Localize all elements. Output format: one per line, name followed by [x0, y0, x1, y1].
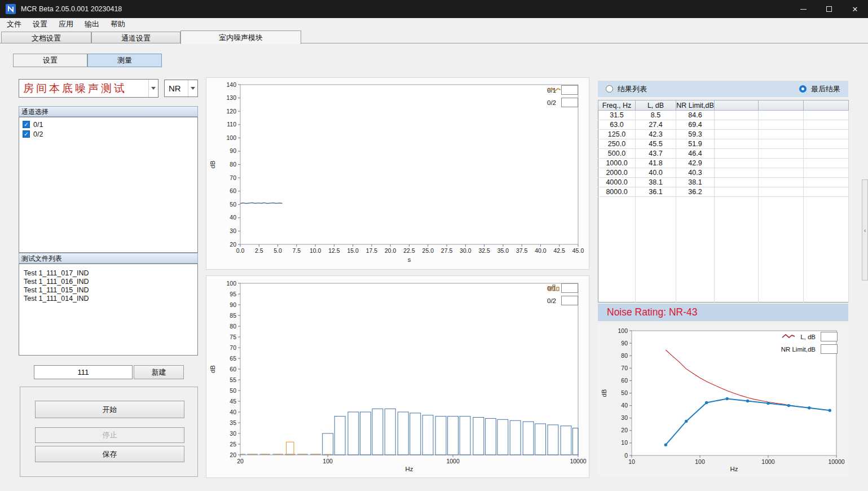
table-cell: 4000.0	[598, 178, 636, 187]
svg-text:Hz: Hz	[730, 466, 738, 472]
svg-text:60: 60	[230, 366, 236, 372]
nr-rating-chart[interactable]: 010203040506070809010010100100010000HzdB…	[598, 325, 848, 477]
svg-text:80: 80	[621, 352, 628, 359]
channel-item[interactable]: 0/2	[19, 129, 197, 139]
legend-sample-line-icon[interactable]	[821, 332, 838, 341]
svg-text:17.5: 17.5	[366, 247, 378, 254]
table-header-cell[interactable]: L, dB	[636, 100, 676, 111]
spectrum-chart[interactable]: 2025303540455055606570758085909510020100…	[206, 275, 589, 478]
combo-dropdown-button[interactable]	[188, 80, 197, 97]
table-cell	[715, 120, 759, 130]
test-type-combobox[interactable]: 房间本底噪声测试	[19, 79, 158, 98]
table-row[interactable]: 2000.040.040.3	[598, 168, 849, 178]
svg-text:55: 55	[230, 376, 236, 383]
table-cell	[804, 139, 849, 149]
stop-button: 停止	[35, 427, 184, 443]
legend-sample-line-icon[interactable]	[821, 344, 838, 354]
table-cell	[804, 111, 849, 120]
table-row[interactable]: 4000.038.138.1	[598, 178, 849, 187]
maximize-icon	[826, 6, 832, 12]
table-cell: 38.1	[676, 178, 715, 187]
table-cell	[804, 120, 849, 130]
table-header-cell[interactable]	[759, 100, 804, 111]
table-cell	[715, 159, 759, 168]
svg-text:60: 60	[230, 187, 236, 194]
table-row[interactable]: 1000.041.842.9	[598, 159, 849, 168]
svg-text:10: 10	[628, 458, 635, 465]
checkbox-checked-icon[interactable]	[23, 121, 30, 128]
test-file-listbox[interactable]: Test 1_111_017_INDTest 1_111_016_INDTest…	[19, 264, 198, 356]
svg-text:100: 100	[226, 280, 236, 287]
table-row[interactable]: 63.027.469.4	[598, 120, 849, 130]
minimize-button[interactable]	[790, 0, 816, 18]
svg-text:100: 100	[323, 458, 333, 464]
menu-item[interactable]: 文件	[1, 18, 27, 30]
table-row[interactable]: 8000.036.136.2	[598, 187, 849, 197]
legend-sample-line-icon[interactable]	[561, 85, 578, 95]
time-history-chart[interactable]: 20304050607080901001101201301400.02.55.0…	[206, 77, 589, 270]
subtab[interactable]: 测量	[87, 54, 162, 67]
menu-item[interactable]: 输出	[79, 18, 105, 30]
rating-type-combobox[interactable]: NR	[164, 80, 198, 97]
table-header-cell[interactable]: Freq., Hz	[598, 100, 636, 111]
radio-last-result[interactable]: 最后结果	[799, 84, 840, 94]
subtab[interactable]: 设置	[13, 54, 87, 67]
main-tab[interactable]: 通道设置	[91, 32, 180, 43]
maximize-button[interactable]	[816, 0, 842, 18]
close-button[interactable]: ✕	[842, 0, 868, 18]
file-list-item[interactable]: Test 1_111_014_IND	[19, 295, 197, 303]
svg-text:1000: 1000	[761, 458, 775, 465]
table-header-cell[interactable]: NR Limit,dB	[676, 100, 715, 111]
save-button[interactable]: 保存	[35, 446, 184, 462]
svg-text:30.0: 30.0	[460, 247, 472, 254]
table-row[interactable]: 125.042.359.3	[598, 130, 849, 139]
chevron-down-icon	[151, 87, 156, 90]
svg-text:95: 95	[230, 291, 236, 297]
table-header-cell[interactable]	[804, 100, 849, 111]
legend-sample-bars-icon[interactable]	[561, 296, 578, 305]
table-row[interactable]: 31.58.584.6	[598, 111, 849, 120]
svg-text:dB: dB	[209, 365, 216, 373]
main-tab[interactable]: 室内噪声模块	[180, 30, 301, 44]
menu-item[interactable]: 帮助	[105, 18, 131, 30]
svg-text:50: 50	[230, 201, 236, 208]
table-empty-row	[598, 245, 849, 255]
new-button[interactable]: 新建	[134, 365, 184, 379]
legend-sample-bars-icon[interactable]	[561, 283, 578, 293]
table-row[interactable]: 500.043.746.4	[598, 149, 849, 159]
svg-text:5.0: 5.0	[274, 247, 282, 254]
menu-item[interactable]: 应用	[53, 18, 79, 30]
file-list-item[interactable]: Test 1_111_016_IND	[19, 278, 197, 286]
channel-label: 0/1	[33, 121, 43, 129]
svg-text:7.5: 7.5	[293, 247, 301, 254]
channel-item[interactable]: 0/1	[19, 120, 197, 129]
menu-item[interactable]: 设置	[27, 18, 53, 30]
table-cell	[759, 178, 804, 187]
start-button[interactable]: 开始	[35, 401, 184, 418]
radio-result-list[interactable]: 结果列表	[606, 84, 647, 94]
file-list-item[interactable]: Test 1_111_017_IND	[19, 269, 197, 278]
table-header-cell[interactable]	[715, 100, 759, 111]
table-cell: 125.0	[598, 130, 636, 139]
main-tab[interactable]: 文档设置	[1, 32, 91, 43]
table-cell: 38.1	[636, 178, 676, 187]
svg-text:70: 70	[230, 344, 236, 351]
collapse-panel-handle[interactable]: ‹	[862, 179, 868, 280]
file-list-item[interactable]: Test 1_111_015_IND	[19, 286, 197, 295]
svg-text:80: 80	[230, 161, 236, 168]
svg-text:2.5: 2.5	[255, 247, 263, 254]
results-toolbar: 结果列表 最后结果	[598, 81, 848, 97]
svg-text:30: 30	[621, 414, 628, 421]
combo-dropdown-button[interactable]	[148, 80, 158, 97]
channel-listbox[interactable]: 0/10/2	[19, 117, 198, 253]
svg-text:90: 90	[230, 301, 236, 308]
table-cell: 8.5	[636, 111, 676, 120]
table-row[interactable]: 250.045.551.9	[598, 139, 849, 149]
file-name-input[interactable]	[34, 365, 133, 379]
table-cell: 40.3	[676, 168, 715, 178]
svg-text:20: 20	[230, 241, 236, 248]
checkbox-checked-icon[interactable]	[23, 130, 30, 138]
svg-text:45.0: 45.0	[572, 247, 584, 254]
legend-sample-line-icon[interactable]	[561, 98, 578, 107]
table-cell: 59.3	[676, 130, 715, 139]
